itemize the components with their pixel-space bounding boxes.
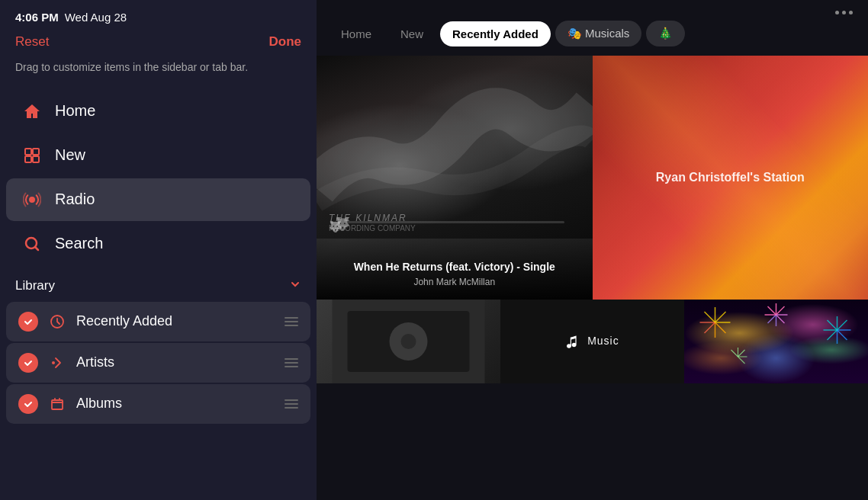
album-art-when-he-returns: THE KILNMAR RECORDING COMPANY 🐺 xyxy=(317,56,593,239)
albums-label: Albums xyxy=(76,396,275,412)
top-bar xyxy=(317,0,868,21)
svg-rect-7 xyxy=(52,400,63,409)
tab-recently-added[interactable]: Recently Added xyxy=(440,21,551,46)
sidebar-action-bar: Reset Done xyxy=(0,31,317,60)
content-row-1: THE KILNMAR RECORDING COMPANY 🐺 When He … xyxy=(317,56,868,300)
library-section: Library Recently Added xyxy=(0,271,317,425)
dot-2 xyxy=(842,11,846,14)
radio-icon xyxy=(21,189,43,210)
apple-music-logo: Music xyxy=(565,334,619,349)
recently-added-icon xyxy=(47,312,67,332)
sidebar-item-radio[interactable]: Radio xyxy=(6,178,310,221)
tab-bar: Home New Recently Added 🎭 Musicals 🎄 xyxy=(317,21,868,56)
home-label: Home xyxy=(55,102,95,120)
library-item-recently-added[interactable]: Recently Added xyxy=(6,302,310,341)
drag-handle-recently-added[interactable] xyxy=(285,317,298,326)
library-title: Library xyxy=(15,278,55,293)
sidebar-item-new[interactable]: New xyxy=(6,134,310,177)
fireworks-art xyxy=(684,300,868,383)
card-title-when-he-returns: When He Returns (feat. Victory) - Single xyxy=(329,260,580,274)
albums-icon xyxy=(47,394,67,414)
content-area: THE KILNMAR RECORDING COMPANY 🐺 When He … xyxy=(317,56,868,500)
time-display: 4:06 PM xyxy=(15,11,59,24)
svg-line-29 xyxy=(837,320,847,330)
card-info-when-he-returns: When He Returns (feat. Victory) - Single… xyxy=(317,237,593,300)
card-bottom-left[interactable] xyxy=(317,300,500,383)
svg-line-35 xyxy=(828,320,837,330)
svg-line-27 xyxy=(768,306,776,315)
more-options-menu[interactable] xyxy=(835,11,853,14)
check-badge-recently-added xyxy=(18,312,38,332)
svg-rect-2 xyxy=(25,156,31,162)
sidebar: 4:06 PM Wed Aug 28 Reset Done Drag to cu… xyxy=(0,0,317,500)
card-apple-music[interactable]: Music xyxy=(500,300,684,383)
drag-handle-artists[interactable] xyxy=(285,358,298,367)
svg-line-17 xyxy=(705,322,715,333)
svg-point-6 xyxy=(52,361,55,364)
tab-christmas[interactable]: 🎄 xyxy=(646,21,685,46)
status-bar: 4:06 PM Wed Aug 28 xyxy=(0,0,317,31)
check-badge-albums xyxy=(18,394,38,414)
new-icon xyxy=(21,145,43,166)
tab-musicals[interactable]: 🎭 Musicals xyxy=(555,21,642,46)
apple-music-label: Music xyxy=(565,334,619,349)
card-fireworks[interactable] xyxy=(684,300,868,383)
svg-rect-1 xyxy=(33,149,39,155)
svg-line-21 xyxy=(776,306,785,315)
sidebar-item-search[interactable]: Search xyxy=(6,223,310,265)
date-display: Wed Aug 28 xyxy=(65,11,127,24)
radio-label: Radio xyxy=(55,191,95,208)
card-subtitle-when-he-returns: John Mark McMillan xyxy=(329,277,580,287)
svg-rect-3 xyxy=(33,156,39,162)
svg-rect-0 xyxy=(25,149,31,155)
reset-button[interactable]: Reset xyxy=(15,34,49,50)
svg-line-40 xyxy=(731,350,738,357)
dot-3 xyxy=(849,11,853,14)
tab-home[interactable]: Home xyxy=(329,21,384,46)
chevron-down-icon xyxy=(289,278,301,293)
svg-line-15 xyxy=(715,322,726,333)
drag-handle-albums[interactable] xyxy=(285,399,298,409)
drag-hint-text: Drag to customize items in the sidebar o… xyxy=(0,60,317,89)
library-item-artists[interactable]: Artists xyxy=(6,343,310,383)
content-row-2: Music xyxy=(317,300,868,383)
sidebar-item-home[interactable]: Home xyxy=(6,90,310,133)
svg-line-23 xyxy=(776,315,785,323)
library-header[interactable]: Library xyxy=(0,271,317,301)
svg-line-37 xyxy=(738,350,745,357)
search-label: Search xyxy=(55,235,103,252)
card-ryan-christoffel[interactable]: Ryan Christoffel's Station xyxy=(593,56,869,300)
svg-point-11 xyxy=(401,334,416,349)
done-button[interactable]: Done xyxy=(269,34,302,50)
new-label: New xyxy=(55,146,85,164)
svg-line-19 xyxy=(705,312,715,322)
library-item-albums[interactable]: Albums xyxy=(6,384,310,424)
main-content: Home New Recently Added 🎭 Musicals 🎄 xyxy=(317,0,868,500)
album-art-gray xyxy=(317,300,500,383)
dot-1 xyxy=(835,11,839,14)
tab-new[interactable]: New xyxy=(388,21,436,46)
svg-line-31 xyxy=(837,330,847,340)
artists-icon xyxy=(47,353,67,373)
svg-line-25 xyxy=(768,315,776,323)
svg-line-39 xyxy=(738,357,745,364)
station-title: Ryan Christoffel's Station xyxy=(641,171,820,184)
artists-label: Artists xyxy=(76,354,275,370)
card-when-he-returns[interactable]: THE KILNMAR RECORDING COMPANY 🐺 When He … xyxy=(317,56,593,300)
svg-line-13 xyxy=(715,312,726,322)
check-badge-artists xyxy=(18,353,38,373)
search-icon xyxy=(21,233,43,255)
home-icon xyxy=(21,101,43,122)
svg-line-33 xyxy=(828,330,837,340)
recently-added-label: Recently Added xyxy=(76,313,275,329)
